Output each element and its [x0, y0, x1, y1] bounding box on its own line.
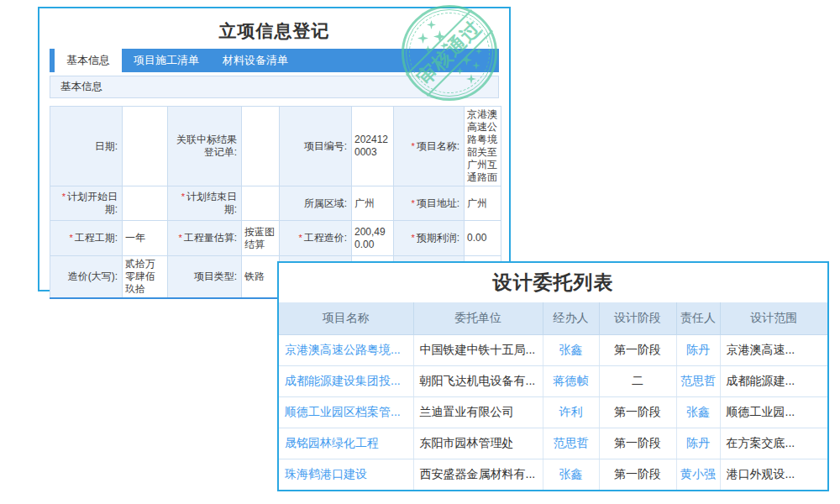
cell-handler[interactable]: 范思哲	[543, 428, 599, 459]
field-value-project-type: 铁路	[242, 256, 280, 299]
column-header-design-scope: 设计范围	[720, 302, 827, 334]
field-label-project-type: 项目类型:	[168, 256, 242, 299]
cell-owner[interactable]: 黄小强	[676, 459, 720, 490]
column-header-client-unit: 委托单位	[413, 302, 543, 334]
tab-bar: 基本信息项目施工清单材料设备清单	[50, 49, 499, 72]
cell-owner[interactable]: 范思哲	[676, 365, 720, 396]
field-label-duration: *工程工期:	[50, 221, 123, 256]
cell-owner[interactable]: 陈丹	[676, 334, 720, 365]
cell-design-stage: 第一阶段	[599, 334, 676, 365]
field-value-plan-end-date	[242, 186, 280, 221]
field-label-plan-start-date: *计划开始日期:	[50, 186, 123, 221]
field-value-quantity-estimate: 按蓝图结算	[242, 221, 280, 256]
field-value-plan-start-date	[123, 186, 168, 221]
field-label-expected-profit: *预期利润:	[394, 221, 465, 256]
field-label-cost-in-words: 造价(大写):	[50, 256, 123, 299]
field-value-project-name: 京港澳高速公路粤境韶关至广州互通路面	[465, 107, 501, 186]
field-label-date: 日期:	[50, 107, 123, 186]
field-value-duration: 一年	[123, 221, 168, 256]
cell-handler[interactable]: 蒋德帧	[543, 365, 599, 396]
cell-client-unit: 东阳市园林管理处	[413, 428, 543, 459]
cell-design-scope: 顺德工业园...	[720, 396, 827, 428]
field-value-project-no: 2024120003	[352, 107, 394, 186]
table-row: 珠海鹤港口建设西安盛器金属材料有...张鑫第一阶段黄小强港口外观设...	[279, 459, 827, 490]
required-asterisk: *	[411, 233, 414, 243]
page-title: 立项信息登记	[39, 8, 509, 49]
table-row: 晟铭园林绿化工程东阳市园林管理处范思哲第一阶段陈丹在方案交底...	[279, 428, 827, 459]
cell-design-scope: 港口外观设...	[720, 459, 827, 490]
field-label-project-name: *项目名称:	[394, 107, 465, 186]
cell-design-stage: 第一阶段	[599, 428, 676, 459]
required-asterisk: *	[411, 141, 414, 151]
form-row: *计划开始日期:*计划结束日期:所属区域:广州*项目地址:广州	[50, 186, 501, 221]
required-asterisk: *	[69, 233, 72, 243]
required-asterisk: *	[411, 198, 414, 208]
required-asterisk: *	[181, 192, 185, 202]
field-value-date	[123, 107, 168, 186]
cell-client-unit: 西安盛器金属材料有...	[413, 459, 543, 490]
cell-design-stage: 第一阶段	[599, 396, 676, 428]
column-header-design-stage: 设计阶段	[599, 302, 676, 334]
field-value-project-cost: 200,490.00	[352, 221, 394, 256]
table-row: 京港澳高速公路粤境...中国铁建中铁十五局...张鑫第一阶段陈丹京港澳高速...	[279, 334, 827, 365]
required-asterisk: *	[178, 233, 181, 243]
cell-project-name[interactable]: 珠海鹤港口建设	[279, 459, 413, 490]
registration-panel: 立项信息登记 基本信息项目施工清单材料设备清单 基本信息 日期:关联中标结果登记…	[38, 7, 511, 291]
cell-project-name[interactable]: 京港澳高速公路粤境...	[279, 334, 413, 365]
design-list-table: 项目名称委托单位经办人设计阶段责任人设计范围 京港澳高速公路粤境...中国铁建中…	[279, 302, 827, 490]
field-value-cost-in-words: 贰拾万零肆佰玖拾	[123, 256, 168, 299]
cell-design-scope: 成都能源建...	[720, 365, 827, 396]
design-list-header-row: 项目名称委托单位经办人设计阶段责任人设计范围	[279, 302, 827, 334]
tab-construction-list[interactable]: 项目施工清单	[122, 49, 211, 72]
cell-client-unit: 朝阳飞达机电设备有...	[413, 365, 543, 396]
cell-client-unit: 兰迪置业有限公司	[413, 396, 543, 428]
field-label-quantity-estimate: *工程量估算:	[168, 221, 242, 256]
cell-design-stage: 二	[599, 365, 676, 396]
cell-handler[interactable]: 许利	[543, 396, 599, 428]
field-value-linked-bid-result	[242, 107, 280, 186]
section-header: 基本信息	[50, 76, 499, 98]
cell-project-name[interactable]: 晟铭园林绿化工程	[279, 428, 413, 459]
cell-project-name[interactable]: 成都能源建设集团投...	[279, 365, 413, 396]
field-label-project-cost: *工程造价:	[280, 221, 352, 256]
field-label-region: 所属区域:	[280, 186, 352, 221]
field-value-region: 广州	[352, 186, 394, 221]
field-value-project-address: 广州	[465, 186, 501, 221]
cell-client-unit: 中国铁建中铁十五局...	[413, 334, 543, 365]
design-list-panel: 设计委托列表 项目名称委托单位经办人设计阶段责任人设计范围 京港澳高速公路粤境.…	[277, 261, 829, 491]
cell-design-scope: 京港澳高速...	[720, 334, 827, 365]
column-header-handler: 经办人	[543, 302, 599, 334]
design-list-title: 设计委托列表	[279, 263, 827, 302]
form-row: 日期:关联中标结果登记单:项目编号:2024120003*项目名称:京港澳高速公…	[50, 107, 501, 186]
table-row: 顺德工业园区档案管...兰迪置业有限公司许利第一阶段张鑫顺德工业园...	[279, 396, 827, 428]
tab-material-equipment-list[interactable]: 材料设备清单	[211, 49, 300, 72]
field-value-expected-profit: 0.00	[465, 221, 501, 256]
tab-basic-info[interactable]: 基本信息	[55, 49, 122, 72]
cell-owner[interactable]: 张鑫	[676, 396, 720, 428]
cell-project-name[interactable]: 顺德工业园区档案管...	[279, 396, 413, 428]
required-asterisk: *	[298, 233, 302, 243]
column-header-project-name: 项目名称	[279, 302, 413, 334]
cell-handler[interactable]: 张鑫	[543, 334, 599, 365]
form-row: *工程工期:一年*工程量估算:按蓝图结算*工程造价:200,490.00*预期利…	[50, 221, 501, 256]
column-header-owner: 责任人	[676, 302, 720, 334]
required-asterisk: *	[62, 192, 66, 202]
field-label-project-address: *项目地址:	[394, 186, 465, 221]
field-label-plan-end-date: *计划结束日期:	[168, 186, 242, 221]
field-label-project-no: 项目编号:	[280, 107, 352, 186]
cell-design-scope: 在方案交底...	[720, 428, 827, 459]
field-label-linked-bid-result: 关联中标结果登记单:	[168, 107, 242, 186]
cell-owner[interactable]: 陈丹	[676, 428, 720, 459]
table-row: 成都能源建设集团投...朝阳飞达机电设备有...蒋德帧二范思哲成都能源建...	[279, 365, 827, 396]
cell-handler[interactable]: 张鑫	[543, 459, 599, 490]
cell-design-stage: 第一阶段	[599, 459, 676, 490]
